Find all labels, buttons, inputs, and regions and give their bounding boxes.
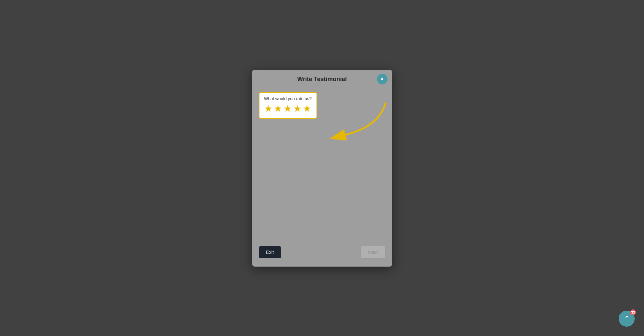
exit-label: Exit [266, 250, 274, 255]
fab-icon: ⌃ [624, 315, 630, 323]
star-1[interactable]: ★ [264, 103, 272, 114]
rating-question: What would you rate us? [264, 96, 312, 101]
star-2[interactable]: ★ [274, 103, 282, 114]
next-button[interactable]: Next [361, 246, 386, 259]
fab-container: ⌃ 33 [619, 311, 635, 327]
star-5[interactable]: ★ [303, 103, 311, 114]
star-3[interactable]: ★ [283, 103, 292, 114]
star-rating[interactable]: ★ ★ ★ ★ ★ [264, 103, 312, 114]
star-4[interactable]: ★ [293, 103, 301, 114]
exit-button[interactable]: Exit [259, 246, 281, 258]
write-testimonial-modal: Write Testimonial × What would you rate … [252, 70, 392, 267]
modal-backdrop: Write Testimonial × What would you rate … [0, 0, 644, 336]
fab-badge: 33 [630, 309, 636, 315]
fab-button[interactable]: ⌃ 33 [619, 311, 635, 327]
modal-footer: Exit Next [252, 246, 392, 261]
modal-title: Write Testimonial [252, 70, 392, 87]
modal-body: What would you rate us? ★ ★ ★ ★ ★ [252, 87, 392, 246]
close-icon: × [381, 76, 384, 82]
arrow-annotation [319, 100, 392, 143]
modal-close-button[interactable]: × [377, 74, 388, 84]
next-label: Next [368, 250, 378, 255]
rating-box[interactable]: What would you rate us? ★ ★ ★ ★ ★ [259, 92, 317, 119]
